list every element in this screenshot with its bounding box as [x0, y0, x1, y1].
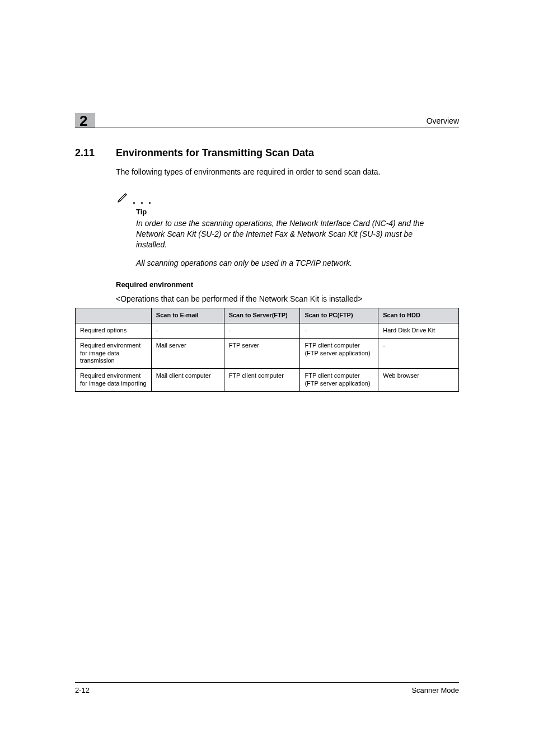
tip-text-2: All scanning operations can only be used…	[136, 258, 438, 269]
section-intro: The following types of environments are …	[116, 167, 435, 177]
cell: Web browser	[378, 369, 459, 392]
table-row: Required options - - - Hard Disk Drive K…	[76, 323, 459, 339]
th-scan-pc: Scan to PC(FTP)	[300, 308, 378, 323]
header-overview: Overview	[427, 116, 459, 125]
section-title: Environments for Transmitting Scan Data	[116, 147, 314, 159]
footer-mode: Scanner Mode	[411, 686, 459, 694]
env-table: Scan to E-mail Scan to Server(FTP) Scan …	[75, 308, 459, 391]
tip-block: . . . Tip In order to use the scanning o…	[116, 190, 459, 269]
th-scan-server: Scan to Server(FTP)	[224, 308, 300, 323]
cell: Required environment for image data tran…	[76, 338, 152, 368]
page-footer: 2-12 Scanner Mode	[75, 682, 459, 694]
cell: Mail server	[151, 338, 224, 368]
th-blank	[76, 308, 152, 323]
tip-text-1: In order to use the scanning operations,…	[136, 218, 438, 250]
cell: FTP client computer(FTP server applicati…	[300, 338, 378, 368]
table-caption: <Operations that can be performed if the…	[116, 294, 459, 303]
cell: Required environment for image data impo…	[76, 369, 152, 392]
table-row: Required environment for image data tran…	[76, 338, 459, 368]
section-number: 2.11	[75, 147, 106, 159]
required-env-heading: Required environment	[116, 280, 459, 289]
chapter-badge: 2	[75, 113, 95, 128]
chapter-number: 2	[79, 112, 87, 130]
cell: FTP client computer(FTP server applicati…	[300, 369, 378, 392]
note-dots: . . .	[133, 195, 152, 206]
th-scan-hdd: Scan to HDD	[378, 308, 459, 323]
cell: Hard Disk Drive Kit	[378, 323, 459, 339]
pencil-icon	[116, 190, 130, 206]
th-scan-email: Scan to E-mail	[151, 308, 224, 323]
cell: -	[151, 323, 224, 339]
cell: -	[378, 338, 459, 368]
table-row: Required environment for image data impo…	[76, 369, 459, 392]
tip-label: Tip	[136, 208, 459, 216]
table-header-row: Scan to E-mail Scan to Server(FTP) Scan …	[76, 308, 459, 323]
cell: FTP client computer	[224, 369, 300, 392]
cell: Required options	[76, 323, 152, 339]
page: 2 Overview 2.11 Environments for Transmi…	[0, 0, 534, 756]
cell: Mail client computer	[151, 369, 224, 392]
footer-page-num: 2-12	[75, 686, 90, 694]
cell: FTP server	[224, 338, 300, 368]
cell: -	[224, 323, 300, 339]
section-heading: 2.11 Environments for Transmitting Scan …	[75, 147, 459, 159]
cell: -	[300, 323, 378, 339]
header-rule	[75, 128, 459, 128]
